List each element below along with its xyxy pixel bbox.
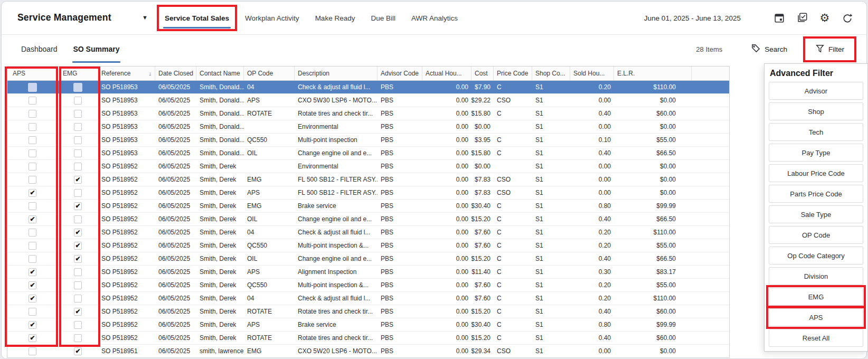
emg-checkbox[interactable] [74,189,82,197]
aps-checkbox-checked[interactable]: ✔ [29,281,36,289]
aps-checkbox[interactable] [29,149,36,157]
aps-checkbox[interactable] [29,255,36,263]
emg-checkbox[interactable] [74,215,82,223]
emg-checkbox-checked[interactable]: ✔ [74,202,82,210]
sub-tab-so-summary[interactable]: SO Summary [72,34,121,64]
column-header-actual-hou-[interactable]: Actual Hou... [422,67,471,80]
sub-tab-dashboard[interactable]: Dashboard [20,34,59,64]
calendar-icon[interactable] [773,12,786,24]
emg-checkbox[interactable] [74,97,82,105]
aps-checkbox-checked[interactable]: ✔ [29,334,36,342]
multiselect-check-icon[interactable] [796,12,808,24]
emg-checkbox[interactable] [74,334,82,342]
column-header-emg[interactable]: EMG [58,67,98,80]
emg-checkbox[interactable] [74,321,82,329]
aps-checkbox-checked[interactable]: ✔ [29,189,36,197]
title-dropdown-caret-icon[interactable]: ▼ [142,14,148,21]
emg-checkbox-checked[interactable]: ✔ [74,176,82,184]
emg-checkbox-checked[interactable]: ✔ [74,255,82,263]
main-tab-awr-analytics[interactable]: AWR Analytics [405,7,464,29]
table-row[interactable]: SO P51895306/05/2025Smith, Donald...APSC… [7,94,729,107]
table-row[interactable]: ✔SO P51895206/05/2025Smith, DerekROTATER… [7,305,729,318]
aps-checkbox-checked[interactable]: ✔ [29,295,36,303]
filter-option-aps[interactable]: APS [769,308,863,326]
emg-checkbox[interactable] [74,149,82,157]
filter-option-division[interactable]: Division [769,267,863,285]
aps-checkbox[interactable] [29,163,36,171]
search-button[interactable]: Search [748,43,790,55]
table-row[interactable]: ✔SO P51895206/05/2025Smith, Derek04Check… [7,292,729,305]
column-header-date-closed[interactable]: Date Closed [155,67,196,80]
emg-checkbox[interactable] [74,268,82,276]
date-range[interactable]: June 01, 2025 - June 13, 2025 [644,14,741,22]
emg-checkbox-checked[interactable]: ✔ [74,242,82,250]
aps-checkbox[interactable] [29,229,36,237]
main-tab-workplan-activity[interactable]: Workplan Activity [239,7,305,29]
aps-checkbox[interactable] [29,97,36,105]
filter-option-op-code-category[interactable]: Op Code Category [769,247,863,264]
column-header-advisor-code[interactable]: Advisor Code [378,67,422,80]
aps-checkbox[interactable] [29,110,36,118]
emg-checkbox[interactable] [74,136,82,144]
column-header-op-code[interactable]: OP Code [244,67,295,80]
aps-checkbox[interactable] [29,176,36,184]
column-header-sold-hou-[interactable]: Sold Hou... [570,67,614,80]
column-header-e-l-r-[interactable]: E.L.R. [614,67,692,80]
emg-checkbox[interactable] [73,83,82,92]
table-row[interactable]: ✔SO P51895206/05/2025Smith, DerekEMGFL 5… [7,173,729,186]
aps-checkbox[interactable] [29,123,36,131]
column-header-cost[interactable]: Cost [471,67,494,80]
aps-checkbox[interactable] [29,242,36,250]
filter-option-parts-price-code[interactable]: Parts Price Code [769,185,863,203]
filter-option-emg[interactable]: EMG [769,288,863,306]
emg-checkbox[interactable] [74,110,82,118]
settings-gear-icon[interactable]: ⚙ [818,12,831,24]
column-header-reference[interactable]: Reference↓ [98,67,155,80]
table-row[interactable]: ✔SO P51895206/05/2025Smith, DerekAPSFL 5… [7,186,729,200]
table-row[interactable]: ✔SO P51895106/05/2025smith, lawrenceEMGC… [7,345,729,357]
filter-option-pay-type[interactable]: Pay Type [769,144,863,162]
emg-checkbox[interactable] [74,281,82,289]
filter-option-sale-type[interactable]: Sale Type [769,205,863,223]
table-row[interactable]: ✔SO P51895206/05/2025Smith, Derek04Check… [7,226,729,239]
refresh-icon[interactable] [841,12,854,24]
table-row[interactable]: SO P51895306/05/2025Smith, Donald...ROTA… [7,107,729,120]
table-row[interactable]: ✔SO P51895206/05/2025Smith, DerekEMGBrak… [7,200,729,213]
column-header-description[interactable]: Description [295,67,378,80]
filter-option-reset-all[interactable]: Reset All [769,329,863,347]
emg-checkbox-checked[interactable]: ✔ [74,347,82,355]
filter-option-tech[interactable]: Tech [769,123,863,141]
aps-checkbox[interactable] [28,83,37,92]
aps-checkbox-checked[interactable]: ✔ [29,215,36,223]
aps-checkbox[interactable] [29,202,36,210]
column-header-aps[interactable]: APS [7,67,58,80]
main-tab-due-bill[interactable]: Due Bill [365,7,401,29]
main-tab-make-ready[interactable]: Make Ready [309,7,361,29]
table-row[interactable]: ✔SO P51895206/05/2025Smith, DerekQC550Mu… [7,239,729,252]
aps-checkbox[interactable] [29,347,36,355]
filter-option-shop[interactable]: Shop [769,102,863,120]
aps-checkbox[interactable] [29,308,36,316]
column-header-contact-name[interactable]: Contact Name [196,67,244,80]
aps-checkbox-checked[interactable]: ✔ [29,268,36,276]
emg-checkbox[interactable] [74,163,82,171]
filter-option-op-code[interactable]: OP Code [769,226,863,244]
emg-checkbox[interactable] [74,123,82,131]
filter-option-labour-price-code[interactable]: Labour Price Code [769,164,863,182]
column-header-shop-co-[interactable]: Shop Co... [532,67,570,80]
emg-checkbox-checked[interactable]: ✔ [74,308,82,316]
aps-checkbox[interactable] [29,136,36,144]
table-row[interactable]: SO P51895306/05/2025Smith, Donald...OILC… [7,147,729,160]
table-row-selected[interactable]: SO P51895306/05/2025Smith, Donald...04Ch… [7,81,729,94]
table-row[interactable]: ✔SO P51895206/05/2025Smith, DerekROTATER… [7,332,729,345]
table-row[interactable]: ✔SO P51895206/05/2025Smith, DerekOILChan… [7,252,729,266]
table-row[interactable]: SO P51895206/05/2025Smith, DerekEnvironm… [7,160,729,173]
emg-checkbox-checked[interactable]: ✔ [74,229,82,237]
table-row[interactable]: ✔SO P51895206/05/2025Smith, DerekOILChan… [7,213,729,226]
aps-checkbox-checked[interactable]: ✔ [29,321,36,329]
table-row[interactable]: ✔SO P51895206/05/2025Smith, DerekQC550Mu… [7,279,729,292]
sort-down-arrow-icon[interactable]: ↓ [149,70,152,77]
table-row[interactable]: SO P51895306/05/2025Smith, Donald...QC55… [7,134,729,147]
table-row[interactable]: SO P51895306/05/2025Smith, Donald...Envi… [7,120,729,134]
filter-option-advisor[interactable]: Advisor [769,82,863,100]
